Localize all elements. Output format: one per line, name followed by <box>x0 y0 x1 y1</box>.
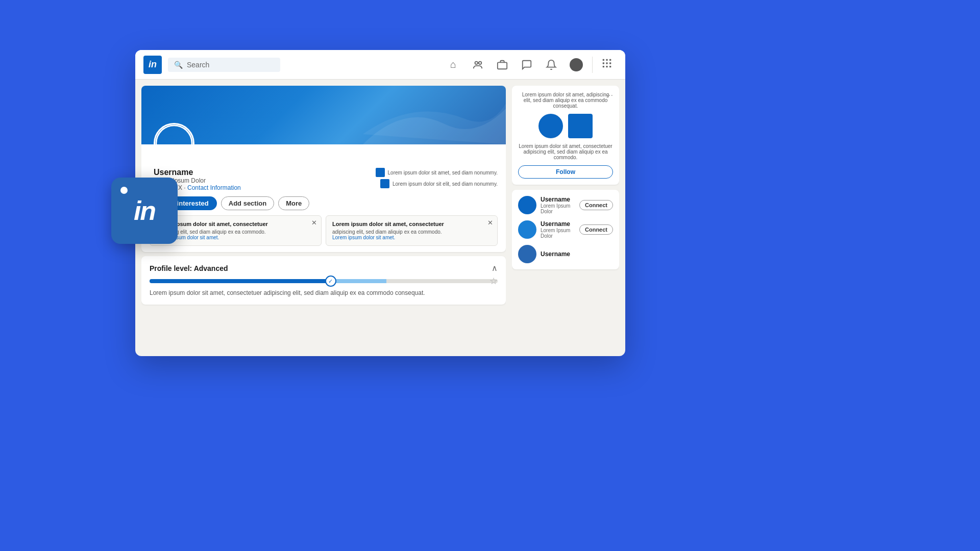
nav-jobs[interactable] <box>491 57 513 73</box>
add-section-button[interactable]: Add section <box>221 196 274 210</box>
svg-rect-9 <box>603 66 604 67</box>
person-avatar-1 <box>518 196 536 214</box>
nav-logo[interactable]: in <box>143 56 162 74</box>
right-sidebar: ··· Lorem ipsum dolor sit amet, adipisci… <box>512 86 619 350</box>
nav-home[interactable]: ⌂ <box>442 57 464 73</box>
nav-notifications[interactable] <box>540 57 562 73</box>
person-sub-2: Lorem Ipsum Dolor <box>541 228 575 239</box>
person-name-3: Username <box>541 251 613 258</box>
ad-dots-icon[interactable]: ··· <box>606 91 613 100</box>
contact-link[interactable]: Contact Information <box>187 184 241 191</box>
profile-level-card: Profile level: Advanced ∧ ✓ ☆ Lorem ipsu… <box>141 256 506 305</box>
scene: in in 🔍 Search ⌂ <box>0 0 980 551</box>
connect-button-2[interactable]: Connect <box>579 224 613 235</box>
profile-banner <box>141 86 506 144</box>
svg-rect-3 <box>603 59 604 61</box>
profile-name: Username <box>154 168 370 177</box>
person-row-3: Username <box>518 245 613 263</box>
nav-network[interactable] <box>467 57 489 73</box>
svg-rect-8 <box>609 62 611 64</box>
nav-messaging[interactable] <box>516 57 538 73</box>
svg-rect-2 <box>498 62 507 69</box>
logo-in-text: in <box>134 197 155 224</box>
progress-check-icon: ✓ <box>325 276 336 287</box>
profile-card: Username Lorem Ipsum Dolor Cdmx, MX · Co… <box>141 86 506 252</box>
person-avatar-3 <box>518 245 536 263</box>
person-name-2: Username <box>541 220 575 228</box>
svg-rect-4 <box>606 59 607 61</box>
linkedin-logo-float: in <box>111 178 178 244</box>
profile-badges: Lorem ipsum dolor sit amet, sed diam non… <box>376 168 498 188</box>
profile-actions: I am interested Add section More <box>141 193 506 215</box>
logo-dot <box>120 187 128 194</box>
search-bar[interactable]: 🔍 Search <box>168 58 280 72</box>
progress-partial <box>331 279 386 283</box>
browser-window: in 🔍 Search ⌂ <box>135 50 625 356</box>
people-card: Username Lorem Ipsum Dolor Connect Usern… <box>512 190 619 269</box>
home-icon: ⌂ <box>447 59 459 71</box>
badge-square-2 <box>380 179 389 188</box>
avatar-icon <box>570 58 583 71</box>
progress-filled <box>150 279 331 283</box>
notif-body-2: adipiscing elit, sed diam aliquip ex ea … <box>332 229 491 235</box>
svg-rect-6 <box>603 62 604 64</box>
jobs-icon <box>496 59 508 71</box>
person-name-1: Username <box>541 196 575 203</box>
person-info-2: Username Lorem Ipsum Dolor <box>541 220 575 239</box>
badge-item-2: Lorem ipsum dolor sit elit, sed diam non… <box>380 179 498 188</box>
chevron-up-icon[interactable]: ∧ <box>492 263 498 273</box>
profile-level-desc: Lorem ipsum dolor sit amet, consectetuer… <box>150 288 498 297</box>
grid-icon[interactable] <box>597 56 617 73</box>
notif-link-2[interactable]: Lorem ipsum dolor sit amet. <box>332 235 491 240</box>
person-info-3: Username <box>541 251 613 258</box>
profile-details: Username Lorem Ipsum Dolor Cdmx, MX · Co… <box>154 168 370 191</box>
search-icon: 🔍 <box>174 61 183 69</box>
svg-rect-10 <box>606 66 607 67</box>
svg-point-12 <box>156 126 192 161</box>
notif-body-1: adipiscing elit, sed diam aliquip ex ea … <box>156 229 315 235</box>
ad-text-bottom: Lorem ipsum dolor sit amet, consectetuer… <box>518 143 613 160</box>
notification-cards: ✕ Lorem ipsum dolor sit amet, consectetu… <box>141 215 506 252</box>
badge-text-1: Lorem ipsum dolor sit amet, sed diam non… <box>388 170 498 176</box>
notif-close-2[interactable]: ✕ <box>487 219 493 227</box>
badge-text-2: Lorem ipsum dolor sit elit, sed diam non… <box>393 181 498 187</box>
main-content: Username Lorem Ipsum Dolor Cdmx, MX · Co… <box>135 80 625 356</box>
navbar: in 🔍 Search ⌂ <box>135 50 625 80</box>
profile-level-title: Profile level: Advanced <box>150 264 228 272</box>
person-avatar-2 <box>518 220 536 239</box>
svg-rect-7 <box>606 62 607 64</box>
more-button[interactable]: More <box>278 196 309 210</box>
badge-item-1: Lorem ipsum dolor sit amet, sed diam non… <box>376 168 498 177</box>
svg-rect-5 <box>609 59 611 61</box>
profile-info-row: Username Lorem Ipsum Dolor Cdmx, MX · Co… <box>141 164 506 193</box>
svg-point-0 <box>475 61 478 64</box>
messaging-icon <box>521 59 533 71</box>
search-input[interactable]: Search <box>187 61 274 69</box>
ad-card: ··· Lorem ipsum dolor sit amet, adipisci… <box>512 86 619 185</box>
nav-avatar[interactable] <box>565 56 588 73</box>
ad-rect-image <box>568 114 593 138</box>
connect-button-1[interactable]: Connect <box>579 200 613 210</box>
notif-link-1[interactable]: Lorem ipsum dolor sit amet. <box>156 235 315 240</box>
profile-avatar-container <box>154 123 194 164</box>
notifications-icon <box>545 59 557 71</box>
network-icon <box>472 59 484 71</box>
person-sub-1: Lorem Ipsum Dolor <box>541 203 575 214</box>
notif-close-1[interactable]: ✕ <box>311 219 317 227</box>
svg-rect-11 <box>609 66 611 67</box>
notif-title-2: Lorem ipsum dolor sit amet, consectetuer <box>332 221 491 227</box>
progress-star-icon: ☆ <box>489 276 498 287</box>
ad-images <box>518 114 613 138</box>
progress-track: ✓ ☆ <box>150 279 498 283</box>
follow-button[interactable]: Follow <box>518 165 613 179</box>
badge-square-1 <box>376 168 385 177</box>
person-row-2: Username Lorem Ipsum Dolor Connect <box>518 220 613 239</box>
ad-circle-image <box>538 114 563 138</box>
nav-icons: ⌂ <box>442 56 617 73</box>
profile-col: Username Lorem Ipsum Dolor Cdmx, MX · Co… <box>141 86 506 350</box>
notif-card-2: ✕ Lorem ipsum dolor sit amet, consectetu… <box>326 215 498 246</box>
ad-text-top: Lorem ipsum dolor sit amet, adipiscing e… <box>518 92 613 109</box>
person-row-1: Username Lorem Ipsum Dolor Connect <box>518 196 613 214</box>
svg-point-1 <box>479 61 482 64</box>
profile-location: Cdmx, MX · Contact Information <box>154 184 370 191</box>
